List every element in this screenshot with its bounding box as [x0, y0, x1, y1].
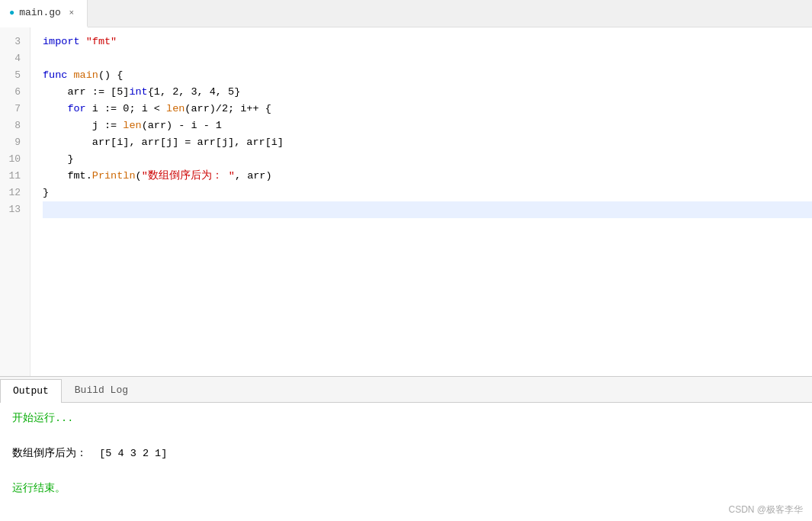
output-line-3: 数组倒序后为： [5 4 3 2 1]: [12, 445, 800, 463]
output-line-5: 运行结束。: [12, 481, 800, 498]
code-line-13: [43, 201, 812, 218]
tab-bar: ● main.go ×: [0, 0, 812, 27]
line-num-9: 9: [6, 134, 21, 151]
code-line-7: for i := 0; i < len(arr)/2; i++ {: [43, 101, 812, 117]
output-line-4: [12, 463, 800, 481]
line-num-10: 10: [6, 151, 21, 168]
tab-filename: main.go: [19, 7, 61, 18]
code-line-6: arr := [5]int{1, 2, 3, 4, 5}: [43, 84, 812, 101]
watermark-text: CSDN @极客李华: [728, 504, 803, 515]
line-num-4: 4: [6, 50, 21, 67]
code-line-8: j := len(arr) - i - 1: [43, 117, 812, 134]
tab-build-log-label: Build Log: [75, 384, 128, 396]
tab-output-label: Output: [13, 385, 49, 397]
line-numbers: 3 4 5 6 7 8 9 10 11 12 13: [0, 27, 30, 376]
code-lines[interactable]: import "fmt" func main() { arr := [5]int…: [30, 27, 812, 376]
line-num-8: 8: [6, 117, 21, 134]
line-num-13: 13: [6, 201, 21, 218]
tab-close-button[interactable]: ×: [66, 7, 78, 19]
code-line-5: func main() {: [43, 67, 812, 84]
bottom-panel: Output Build Log 开始运行... 数组倒序后为： [5 4 3 …: [0, 376, 812, 521]
tab-output[interactable]: Output: [0, 379, 62, 403]
keyword-for: for: [67, 101, 85, 117]
code-line-4: [43, 50, 812, 67]
panel-content: 开始运行... 数组倒序后为： [5 4 3 2 1] 运行结束。: [0, 403, 812, 521]
keyword-int: int: [129, 84, 147, 101]
editor-area: 3 4 5 6 7 8 9 10 11 12 13 import "fmt" f…: [0, 27, 812, 376]
keyword-import: import: [43, 34, 80, 50]
output-line-1: 开始运行...: [12, 410, 800, 428]
code-container: 3 4 5 6 7 8 9 10 11 12 13 import "fmt" f…: [0, 27, 812, 376]
string-fmt: "fmt": [86, 34, 117, 50]
line-num-6: 6: [6, 84, 21, 101]
code-line-3: import "fmt": [43, 34, 812, 50]
line-num-5: 5: [6, 67, 21, 84]
panel-tabs: Output Build Log: [0, 377, 812, 403]
code-line-9: arr[i], arr[j] = arr[j], arr[i]: [43, 134, 812, 151]
tab-build-log[interactable]: Build Log: [62, 379, 141, 402]
go-file-icon: ●: [9, 8, 14, 18]
line-num-7: 7: [6, 101, 21, 117]
code-line-12: }: [43, 185, 812, 201]
output-line-2: [12, 428, 800, 445]
fn-main: main: [74, 67, 98, 84]
tab-main-go[interactable]: ● main.go ×: [0, 0, 88, 27]
line-num-11: 11: [6, 168, 21, 185]
fn-len-1: len: [166, 101, 185, 117]
line-num-12: 12: [6, 185, 21, 201]
fn-println: Println: [92, 168, 136, 185]
watermark: CSDN @极客李华: [728, 503, 803, 516]
keyword-func: func: [43, 67, 67, 84]
line-num-3: 3: [6, 34, 21, 50]
code-line-11: fmt.Println("数组倒序后为： ", arr): [43, 168, 812, 185]
fn-len-2: len: [123, 117, 141, 134]
string-chinese: "数组倒序后为： ": [142, 168, 235, 185]
code-line-10: }: [43, 151, 812, 168]
